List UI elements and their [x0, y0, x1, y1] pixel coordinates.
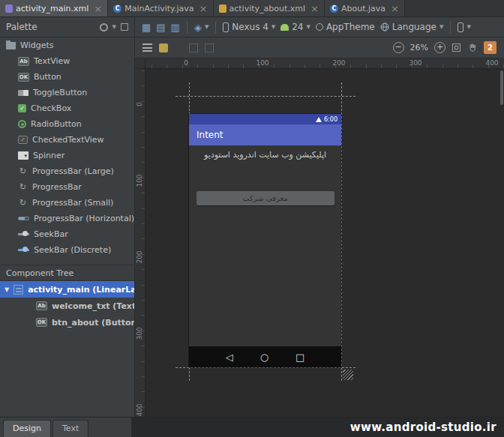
- toggle-icon: [18, 90, 28, 96]
- editor-tab[interactable]: activity_about.xml×: [214, 0, 325, 16]
- palette-item[interactable]: ToggleButton: [0, 85, 134, 100]
- palette-item-label: CheckedTextView: [32, 135, 104, 145]
- navigation-bar: ◁ ○ □: [189, 346, 341, 367]
- palette-item[interactable]: ✓CheckBox: [0, 100, 134, 116]
- chevron-down-icon: ▼: [205, 24, 208, 30]
- android-icon: [280, 24, 289, 31]
- disabled-tool-icon: [189, 43, 198, 52]
- theme-selector[interactable]: AppTheme: [316, 22, 375, 32]
- button-icon: OK: [18, 73, 29, 82]
- folder-icon: [6, 42, 16, 49]
- zoom-out-button[interactable]: −: [393, 42, 404, 53]
- expand-arrow-icon[interactable]: ▼: [4, 286, 9, 293]
- editor-tab[interactable]: CAbout.java×: [325, 0, 405, 16]
- home-icon[interactable]: ○: [260, 352, 268, 363]
- palette-item[interactable]: ↻ProgressBar (Small): [0, 195, 134, 211]
- palette-item[interactable]: OKButton: [0, 69, 134, 85]
- palette-item[interactable]: ↻ProgressBar (Large): [0, 163, 134, 179]
- about-button[interactable]: معرفی شرکت: [196, 191, 334, 205]
- api-selector[interactable]: 24 ▼: [280, 22, 310, 32]
- ruler-tick-label: 0: [184, 59, 188, 67]
- editor-mode-tabs: Design Text: [0, 418, 132, 437]
- both-mode-icon[interactable]: ▥: [171, 22, 180, 32]
- close-icon[interactable]: ×: [94, 4, 102, 13]
- close-icon[interactable]: ×: [391, 4, 399, 13]
- recents-icon[interactable]: □: [296, 352, 304, 363]
- tab-design[interactable]: Design: [3, 420, 51, 437]
- palette-header: Palette ▼: [0, 17, 135, 37]
- gear-icon[interactable]: [100, 23, 108, 31]
- component-tree-item[interactable]: Abwelcome_txt (TextV: [0, 298, 134, 314]
- phone-icon: [223, 22, 229, 32]
- button-icon: OK: [36, 318, 47, 327]
- menu-icon[interactable]: [142, 43, 152, 52]
- editor-tab[interactable]: CMainActivity.java×: [108, 0, 213, 16]
- chevron-down-icon: ▼: [466, 24, 470, 30]
- wifi-icon: [316, 117, 322, 122]
- design-mode-icon[interactable]: ▦: [142, 22, 151, 32]
- status-time: 6:00: [324, 116, 338, 123]
- palette-item-label: CheckBox: [31, 103, 71, 113]
- palette-item-label: RadioButton: [31, 119, 82, 129]
- design-canvas[interactable]: 0100200300400 0100200300400500 6:00 Inte…: [135, 58, 504, 417]
- ruler-horizontal: 0100200300400: [146, 58, 504, 69]
- palette-item[interactable]: ✓CheckedTextView: [0, 132, 134, 148]
- progress-icon: ↻: [18, 166, 28, 176]
- canvas-scrollbar[interactable]: [500, 70, 503, 105]
- editor-bottom-bar: Design Text www.android-studio.ir: [0, 417, 504, 437]
- ruler-tick-label: 100: [136, 173, 145, 188]
- paint-icon[interactable]: [159, 43, 168, 52]
- palette-item[interactable]: SeekBar (Discrete): [0, 242, 134, 258]
- ruler-tick-label: 300: [136, 326, 145, 341]
- zoom-in-button[interactable]: +: [434, 42, 446, 53]
- resize-handle[interactable]: [343, 370, 353, 380]
- action-bar[interactable]: Intent: [189, 124, 341, 145]
- progress-icon: ↻: [18, 198, 28, 208]
- device-preview[interactable]: 6:00 Intent اپلیکیشن وب سایت اندروید است…: [189, 114, 341, 367]
- component-tree-item[interactable]: OKbtn_about (Button)": [0, 314, 134, 331]
- device-selector[interactable]: Nexus 4 ▼: [223, 22, 275, 32]
- orientation-icon: ◈: [194, 22, 202, 32]
- welcome-textview[interactable]: اپلیکیشن وب سایت اندروید استودیو: [204, 150, 326, 160]
- component-tree: ▼activity_main (LinearLayAbwelcome_txt (…: [0, 281, 134, 331]
- blueprint-mode-icon[interactable]: ▤: [156, 22, 165, 32]
- warning-count-badge[interactable]: 2: [484, 41, 496, 54]
- ruler-tick-label: 400: [485, 59, 498, 67]
- orientation-selector[interactable]: ◈ ▼: [194, 22, 208, 32]
- hide-panel-icon[interactable]: [121, 23, 128, 31]
- zoom-fit-icon[interactable]: [452, 43, 461, 52]
- palette-item-label: SeekBar (Discrete): [34, 245, 111, 255]
- close-icon[interactable]: ×: [310, 4, 319, 13]
- editor-tab-bar: activity_main.xml×CMainActivity.java×act…: [0, 0, 504, 17]
- design-surface-toolbar: − 26% + 2: [135, 37, 504, 58]
- device-label: Nexus 4: [232, 22, 268, 32]
- palette-item[interactable]: RadioButton: [0, 116, 134, 132]
- palette-item[interactable]: Widgets: [0, 37, 134, 53]
- editor-tab[interactable]: activity_main.xml×: [0, 0, 108, 16]
- palette-item-label: TextView: [34, 56, 70, 66]
- palette-item[interactable]: SeekBar: [0, 226, 134, 242]
- selection-guide-top: [176, 96, 356, 97]
- palette-item[interactable]: ▾Spinner: [0, 148, 134, 163]
- close-icon[interactable]: ×: [200, 4, 208, 13]
- checkedtext-icon: ✓: [18, 136, 28, 144]
- zoom-controls: − 26% + 2: [393, 41, 496, 54]
- editor-tab-label: MainActivity.java: [124, 4, 194, 13]
- back-icon[interactable]: ◁: [226, 352, 233, 363]
- palette-item-label: ToggleButton: [33, 88, 87, 97]
- xml-file-icon: [219, 4, 226, 13]
- palette-item[interactable]: ↻ProgressBar: [0, 179, 134, 195]
- palette-item[interactable]: AbTextView: [0, 53, 134, 69]
- component-tree-item[interactable]: ▼activity_main (LinearLay: [0, 281, 134, 298]
- device-preview-selector[interactable]: ▼: [458, 22, 470, 32]
- textview-icon: Ab: [18, 57, 29, 66]
- language-selector[interactable]: Language ▼: [380, 22, 444, 32]
- pan-hand-icon[interactable]: [467, 43, 478, 53]
- palette-item[interactable]: ProgressBar (Horizontal): [0, 211, 134, 226]
- layout-body[interactable]: اپلیکیشن وب سایت اندروید استودیو معرفی ش…: [189, 145, 341, 346]
- chevron-down-icon: ▼: [112, 24, 116, 30]
- spinner-icon: ▾: [18, 151, 28, 160]
- tab-text[interactable]: Text: [52, 420, 88, 437]
- palette-title: Palette: [6, 22, 95, 32]
- watermark-text: www.android-studio.ir: [350, 421, 504, 434]
